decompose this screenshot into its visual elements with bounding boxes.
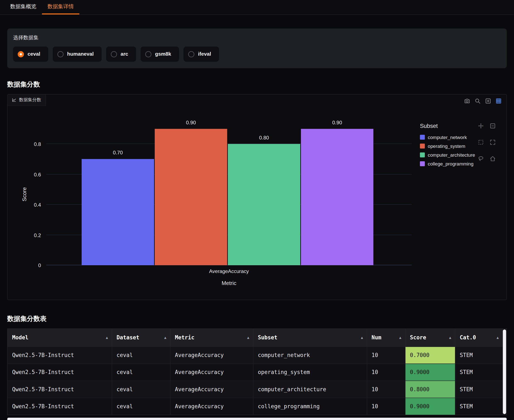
sort-icon[interactable]: ▲: [449, 335, 451, 340]
camera-icon[interactable]: [464, 98, 470, 104]
cell-score: 0.9000: [405, 364, 455, 381]
legend: Subset computer_networkoperating_systemc…: [420, 123, 475, 168]
bar-value-label: 0.90: [301, 120, 373, 125]
radio-icon: [57, 51, 64, 57]
dataset-option-ifeval[interactable]: ifeval: [184, 47, 219, 62]
dataset-option-gsm8k[interactable]: gsm8k: [141, 47, 179, 62]
legend-swatch: [420, 161, 425, 166]
column-header-label: Metric: [175, 335, 194, 341]
cell-dataset: ceval: [112, 346, 170, 364]
cell-metric: AverageAccuracy: [170, 346, 253, 364]
zoom-in-icon[interactable]: [485, 98, 491, 104]
sort-icon[interactable]: ▲: [106, 335, 108, 340]
radio-icon: [111, 51, 117, 57]
legend-item-operating_system[interactable]: operating_system: [420, 142, 475, 150]
cell-subset: operating_system: [253, 364, 367, 381]
column-header-cat-0[interactable]: Cat.0▲: [455, 329, 502, 346]
dataset-option-label: humaneval: [67, 51, 94, 57]
radio-icon: [145, 51, 152, 57]
bar-computer_network[interactable]: [82, 159, 154, 265]
bar-value-label: 0.80: [228, 135, 300, 141]
dataset-option-arc[interactable]: arc: [106, 47, 136, 62]
y-tick-label: 0.8: [34, 141, 41, 147]
pan-icon[interactable]: [478, 123, 484, 129]
table-header-row: Model▲Dataset▲Metric▲Subset▲Num▲Score▲Ca…: [7, 329, 502, 346]
dataset-options: cevalhumanevalarcgsm8kifeval: [13, 47, 501, 62]
sort-icon[interactable]: ▲: [399, 335, 401, 340]
cell-model: Qwen2.5-7B-Instruct: [7, 398, 112, 415]
cell-cat: STEM: [455, 381, 502, 398]
table-row: Qwen2.5-7B-InstructcevalAverageAccuracyc…: [7, 398, 502, 415]
app: 数据集概览 数据集详情 选择数据集 cevalhumanevalarcgsm8k…: [0, 0, 514, 420]
dataset-selector-label: 选择数据集: [13, 34, 501, 41]
cell-dataset: ceval: [112, 381, 170, 398]
dataset-selector-panel: 选择数据集 cevalhumanevalarcgsm8kifeval: [7, 29, 507, 68]
legend-item-computer_architecture[interactable]: computer_architecture: [420, 150, 475, 159]
box-select-icon[interactable]: [478, 139, 484, 146]
legend-title: Subset: [420, 123, 475, 130]
plotly-modebar: [464, 98, 502, 104]
chart-card: 数据集分数: [7, 94, 507, 300]
table-row: Qwen2.5-7B-InstructcevalAverageAccuracyo…: [7, 364, 502, 381]
cell-dataset: ceval: [112, 398, 170, 415]
vertical-scrollbar[interactable]: [503, 330, 506, 414]
column-header-label: Num: [372, 335, 381, 341]
column-header-subset[interactable]: Subset▲: [253, 329, 367, 346]
sort-icon[interactable]: ▲: [497, 335, 499, 340]
horizontal-scrollbar[interactable]: [7, 418, 507, 420]
cell-num: 10: [367, 398, 405, 415]
radio-icon: [18, 51, 24, 57]
cell-subset: college_programming: [253, 398, 367, 415]
chart-panel-tab: 数据集分数: [7, 95, 46, 106]
tab-bar: 数据集概览 数据集详情: [0, 0, 514, 15]
score-table-wrap: Model▲Dataset▲Metric▲Subset▲Num▲Score▲Ca…: [7, 329, 507, 415]
column-header-dataset[interactable]: Dataset▲: [112, 329, 170, 346]
bar-college_programming[interactable]: [301, 129, 373, 265]
cell-num: 10: [367, 381, 405, 398]
legend-item-computer_network[interactable]: computer_network: [420, 133, 475, 142]
column-header-num[interactable]: Num▲: [367, 329, 405, 346]
home-icon[interactable]: [489, 155, 496, 162]
legend-item-college_programming[interactable]: college_programming: [420, 159, 475, 168]
column-header-metric[interactable]: Metric▲: [170, 329, 253, 346]
bar-computer_architecture[interactable]: [228, 144, 300, 265]
cell-cat: STEM: [455, 364, 502, 381]
sort-icon[interactable]: ▲: [164, 335, 166, 340]
legend-swatch: [420, 152, 425, 157]
zoom-out-icon[interactable]: [489, 123, 496, 129]
column-header-score[interactable]: Score▲: [405, 329, 455, 346]
table-row: Qwen2.5-7B-InstructcevalAverageAccuracyc…: [7, 346, 502, 364]
cell-metric: AverageAccuracy: [170, 364, 253, 381]
y-axis-title: Score: [22, 187, 28, 201]
score-table: Model▲Dataset▲Metric▲Subset▲Num▲Score▲Ca…: [7, 329, 503, 415]
cell-num: 10: [367, 364, 405, 381]
cell-num: 10: [367, 346, 405, 364]
x-axis-title: Metric: [46, 280, 412, 286]
cell-score: 0.7000: [405, 346, 455, 364]
magnifier-icon[interactable]: [474, 98, 481, 104]
legend-item-label: computer_architecture: [428, 152, 475, 158]
lasso-icon[interactable]: [478, 155, 484, 162]
table-view-icon[interactable]: [495, 98, 502, 104]
column-header-model[interactable]: Model▲: [7, 329, 112, 346]
column-header-label: Score: [410, 335, 426, 341]
bar-value-label: 0.90: [155, 120, 227, 125]
column-header-label: Subset: [258, 335, 277, 341]
dataset-option-label: gsm8k: [155, 51, 171, 57]
table-body: Qwen2.5-7B-InstructcevalAverageAccuracyc…: [7, 346, 502, 415]
cell-cat: STEM: [455, 398, 502, 415]
dataset-option-ceval[interactable]: ceval: [13, 47, 48, 62]
sort-icon[interactable]: ▲: [361, 335, 363, 340]
sort-icon[interactable]: ▲: [247, 335, 249, 340]
tab-dataset-overview[interactable]: 数据集概览: [5, 0, 42, 15]
cell-model: Qwen2.5-7B-Instruct: [7, 364, 112, 381]
autoscale-icon[interactable]: [489, 139, 496, 146]
tab-dataset-details[interactable]: 数据集详情: [42, 0, 79, 15]
bar-operating_system[interactable]: [155, 129, 227, 265]
dataset-option-humaneval[interactable]: humaneval: [53, 47, 102, 62]
legend-swatch: [420, 135, 425, 140]
y-tick-label: 0: [38, 263, 41, 269]
y-tick-label: 0.4: [34, 202, 41, 208]
dataset-option-label: arc: [120, 51, 128, 57]
y-tick-label: 0.6: [34, 172, 41, 177]
